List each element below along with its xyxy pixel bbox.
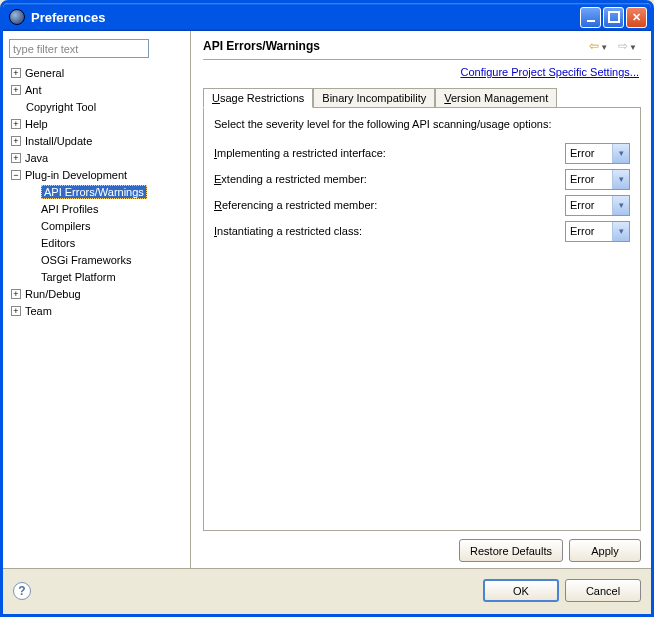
- intro-text: Select the severity level for the follow…: [214, 118, 630, 130]
- window-title: Preferences: [31, 10, 580, 25]
- page-title: API Errors/Warnings: [203, 39, 589, 53]
- filter-input[interactable]: [9, 39, 149, 58]
- option-implementing: Implementing a restricted interface: Err…: [214, 140, 630, 166]
- back-arrow-icon: ⇦: [589, 39, 599, 53]
- severity-select-referencing[interactable]: Error ▾: [565, 195, 630, 216]
- option-label: Referencing a restricted member:: [214, 199, 565, 211]
- tree-item-api-profiles[interactable]: API Profiles: [9, 200, 184, 217]
- severity-select-extending[interactable]: Error ▾: [565, 169, 630, 190]
- ok-button[interactable]: OK: [483, 579, 559, 602]
- tab-usage-restrictions[interactable]: Usage Restrictions: [203, 88, 313, 108]
- chevron-down-icon: ▼: [629, 43, 637, 52]
- minimize-button[interactable]: [580, 7, 601, 28]
- main-panel: API Errors/Warnings ⇦▼ ⇨▼ Configure Proj…: [191, 31, 651, 568]
- option-label: Extending a restricted member:: [214, 173, 565, 185]
- titlebar[interactable]: Preferences: [3, 3, 651, 31]
- tree-item-install-update[interactable]: +Install/Update: [9, 132, 184, 149]
- chevron-down-icon: ▾: [612, 222, 629, 241]
- preferences-tree: +General +Ant Copyright Tool +Help +Inst…: [9, 64, 184, 319]
- severity-select-implementing[interactable]: Error ▾: [565, 143, 630, 164]
- option-label: Instantiating a restricted class:: [214, 225, 565, 237]
- restore-defaults-button[interactable]: Restore Defaults: [459, 539, 563, 562]
- close-button[interactable]: [626, 7, 647, 28]
- tree-item-copyright-tool[interactable]: Copyright Tool: [9, 98, 184, 115]
- maximize-button[interactable]: [603, 7, 624, 28]
- back-button[interactable]: ⇦▼: [589, 39, 608, 53]
- option-extending: Extending a restricted member: Error ▾: [214, 166, 630, 192]
- tree-item-plugin-dev[interactable]: −Plug-in Development: [9, 166, 184, 183]
- forward-button[interactable]: ⇨▼: [618, 39, 637, 53]
- chevron-down-icon: ▾: [612, 170, 629, 189]
- tab-panel-usage: Select the severity level for the follow…: [203, 108, 641, 531]
- tree-item-team[interactable]: +Team: [9, 302, 184, 319]
- tab-binary-incompatibility[interactable]: Binary Incompatibility: [313, 88, 435, 107]
- forward-arrow-icon: ⇨: [618, 39, 628, 53]
- tree-item-compilers[interactable]: Compilers: [9, 217, 184, 234]
- tree-item-target-platform[interactable]: Target Platform: [9, 268, 184, 285]
- dialog-footer: ? OK Cancel: [3, 568, 651, 612]
- app-icon: [9, 9, 25, 25]
- tree-item-ant[interactable]: +Ant: [9, 81, 184, 98]
- option-referencing: Referencing a restricted member: Error ▾: [214, 192, 630, 218]
- option-label: Implementing a restricted interface:: [214, 147, 565, 159]
- tree-item-help[interactable]: +Help: [9, 115, 184, 132]
- project-settings-link[interactable]: Configure Project Specific Settings...: [203, 66, 639, 78]
- chevron-down-icon: ▾: [612, 196, 629, 215]
- option-instantiating: Instantiating a restricted class: Error …: [214, 218, 630, 244]
- chevron-down-icon: ▾: [612, 144, 629, 163]
- tree-item-java[interactable]: +Java: [9, 149, 184, 166]
- tree-item-api-errors-warnings[interactable]: API Errors/Warnings: [9, 183, 184, 200]
- main-header: API Errors/Warnings ⇦▼ ⇨▼: [203, 39, 641, 60]
- severity-select-instantiating[interactable]: Error ▾: [565, 221, 630, 242]
- tabs: Usage Restrictions Binary Incompatibilit…: [203, 88, 641, 108]
- tab-version-management[interactable]: Version Management: [435, 88, 557, 107]
- tree-item-run-debug[interactable]: +Run/Debug: [9, 285, 184, 302]
- help-icon[interactable]: ?: [13, 582, 31, 600]
- tree-item-osgi-frameworks[interactable]: OSGi Frameworks: [9, 251, 184, 268]
- chevron-down-icon: ▼: [600, 43, 608, 52]
- cancel-button[interactable]: Cancel: [565, 579, 641, 602]
- sidebar: +General +Ant Copyright Tool +Help +Inst…: [3, 31, 191, 568]
- apply-button[interactable]: Apply: [569, 539, 641, 562]
- window-buttons: [580, 7, 647, 28]
- tree-item-editors[interactable]: Editors: [9, 234, 184, 251]
- tree-item-general[interactable]: +General: [9, 64, 184, 81]
